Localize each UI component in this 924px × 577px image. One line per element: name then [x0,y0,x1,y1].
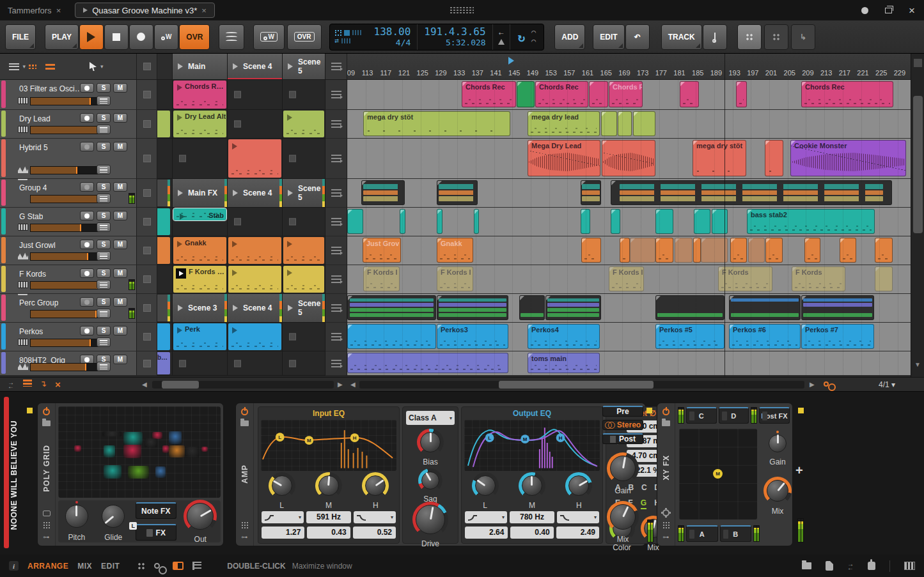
xy-pad[interactable]: M [679,429,757,519]
track-header[interactable]: Hybrid 5SM [0,139,137,179]
layout-mix-button[interactable] [764,24,788,50]
arranger-lane[interactable]: mega dry stötmega dry lead [347,110,911,139]
solo-button[interactable]: S [97,211,111,220]
clip-stop-cell[interactable] [137,351,157,376]
track-options-button[interactable] [97,125,111,134]
arranger-scroll-right[interactable]: ▶ [810,381,815,388]
track-header[interactable]: PerkosSM [0,323,137,351]
tempo-value[interactable]: 138.00 [374,26,411,38]
mute-button[interactable]: M [113,297,127,307]
record-arm-button[interactable] [80,297,94,307]
clip-slot[interactable]: Dry Lead Alt [173,110,228,139]
track-options-button[interactable] [97,362,111,371]
clip-slot[interactable] [283,323,325,351]
tempo-section[interactable]: 138.00 4/4 [368,24,418,50]
arranger-clip[interactable] [347,295,436,320]
pitch-knob[interactable] [62,502,91,531]
clip-slot[interactable] [228,323,283,351]
input-highcut-select[interactable]: ▾ [354,511,396,523]
mute-button[interactable]: M [113,240,127,249]
scene-extra-cell[interactable] [325,80,347,110]
record-arm-button[interactable] [80,211,94,220]
output-eq-graph[interactable]: L M H [464,420,600,471]
modulator-icon[interactable]: ⊶ [242,534,248,541]
layout-edit-button[interactable]: ↳ [791,24,815,50]
arranger-clip[interactable] [618,111,632,136]
input-eq-m-knob[interactable] [315,472,342,499]
scene-play-icon[interactable] [233,305,238,311]
clip-slot[interactable] [228,80,283,110]
clip-stop-cell[interactable] [137,236,157,265]
modulator-icon[interactable]: ⊶ [43,534,50,541]
arranger-clip[interactable] [694,209,710,234]
clip-stop-cell[interactable] [137,294,157,323]
power-icon[interactable] [241,408,248,415]
solo-button[interactable]: S [97,113,111,123]
arranger-clip[interactable] [730,238,747,263]
arranger-clip[interactable] [519,295,545,320]
grid-module-block[interactable] [155,466,165,477]
record-arm-button[interactable] [80,182,94,192]
arranger-clip[interactable] [474,209,479,234]
tab-tammerfors[interactable]: Tammerfors × [0,6,68,15]
group-scene-header[interactable]: Scene 4 [228,294,283,323]
track-options-button[interactable] [97,222,111,232]
clip-slot[interactable] [283,265,325,294]
clip-slot[interactable]: F Kords Bri… [173,265,228,294]
scene-extra-cell[interactable] [325,208,347,236]
launcher-clip[interactable] [228,323,281,350]
clip-slot[interactable] [283,208,325,236]
track-header[interactable]: Dry LeadSM [0,110,137,139]
clip-play-triangle[interactable] [287,241,292,247]
info-icon[interactable]: i [9,561,19,571]
clip-slot[interactable] [173,139,228,179]
arranger-clip[interactable] [680,81,699,107]
clip-slot[interactable] [228,351,283,376]
arranger-clip[interactable]: toms main [528,353,600,373]
solo-button[interactable]: S [97,182,111,192]
grid-module-block[interactable] [185,447,200,458]
clip-slot[interactable] [283,236,325,265]
track-options-button[interactable] [97,194,111,203]
input-l-value[interactable]: 1.27 [262,527,304,539]
scene-extra-cell[interactable] [325,294,347,323]
zoom-link-icon[interactable] [824,381,829,387]
arranger-lane[interactable]: bass stab2 [347,208,911,236]
vertical-scrollbar[interactable]: ▼ [911,54,924,377]
page-indicator[interactable]: 4/1 ▾ [879,380,895,389]
preset-folder-icon[interactable] [42,420,51,426]
clip-slot[interactable] [283,351,325,376]
group-scene-header[interactable]: Scene 5 [283,179,325,208]
scene-play-icon[interactable] [233,190,238,196]
launcher-clip[interactable] [228,139,281,178]
preset-folder-icon[interactable] [240,420,249,426]
close-icon[interactable]: × [201,6,207,15]
track-header[interactable]: Group 4SM [0,179,137,208]
follow-arrow-icon[interactable]: ↴ [40,379,47,389]
scene-play-icon[interactable] [178,63,183,70]
arranger-clip[interactable] [801,295,874,320]
grid-module-block[interactable] [169,431,182,444]
grid-module-block[interactable] [102,431,121,437]
arranger-clip[interactable]: F Kords I [437,266,473,291]
grid-edit-icon[interactable] [241,521,248,528]
track-options-button[interactable] [97,280,111,289]
arranger-clip[interactable]: Chords Rec [801,81,893,107]
launcher-hscrollbar[interactable] [152,381,334,389]
scroll-down-arrow[interactable]: ▼ [914,361,921,368]
scene-play-icon[interactable] [233,63,238,70]
scene-play-icon[interactable] [288,190,293,196]
power-icon[interactable] [662,408,670,415]
scene-play-icon[interactable] [178,190,183,196]
play-menu-button[interactable]: PLAY [45,24,79,50]
xy-mix-knob[interactable] [763,477,792,505]
arranger-clip[interactable]: mega dry lead [528,111,600,136]
arranger-clip[interactable] [400,209,405,234]
arranger-clip[interactable] [437,209,442,234]
tab-quasar-groove-machine[interactable]: Quasar Groove Machine v3* × [75,3,215,18]
clip-slot[interactable]: Perk [173,323,228,351]
clip-slot[interactable] [228,208,283,236]
solo-button[interactable]: S [97,240,111,249]
arranger-lane[interactable]: toms main [347,351,911,376]
launcher-clip[interactable] [228,237,281,264]
